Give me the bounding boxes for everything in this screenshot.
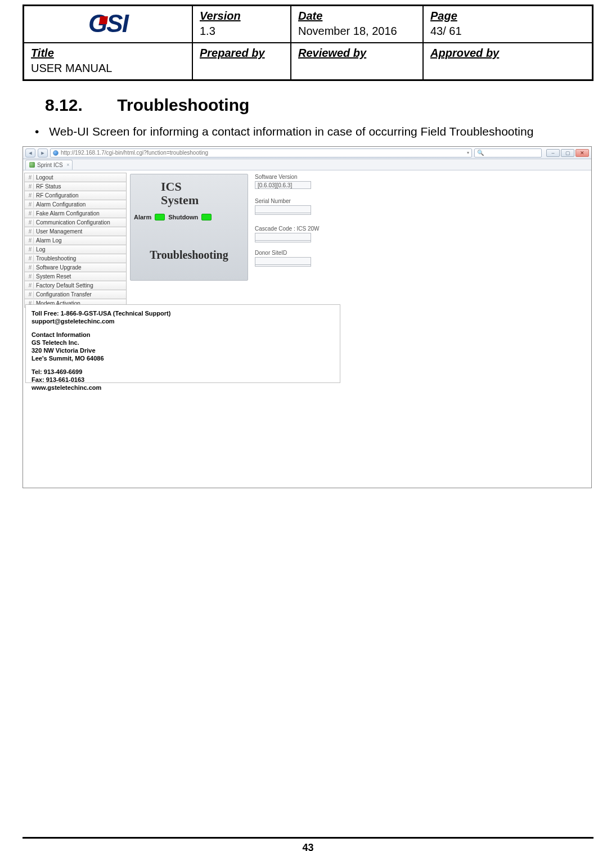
logo-squares-icon — [99, 16, 108, 24]
section-title: Troubleshooting — [117, 96, 249, 114]
browser-search-input[interactable]: 🔍 — [474, 148, 542, 157]
version-label: Version — [200, 10, 284, 22]
sidebar-item[interactable]: #Troubleshooting — [24, 254, 127, 263]
nav-forward-button[interactable]: ► — [38, 148, 48, 157]
browser-tab[interactable]: Sprint ICS × — [25, 160, 73, 170]
sidebar-item-label: Log — [36, 246, 46, 253]
doc-header-table: GSI Version 1.3 Date November 18, 2016 P… — [23, 4, 593, 81]
cascade-code-value — [255, 233, 311, 241]
sidebar-item-label: Fake Alarm Configuration — [36, 210, 100, 217]
sidebar-item-label: Troubleshooting — [36, 255, 76, 262]
donor-siteid-label: Donor SiteID — [255, 250, 320, 256]
hash-icon: # — [27, 255, 34, 262]
hash-icon: # — [27, 246, 34, 253]
sidebar-item-label: Configuration Transfer — [36, 291, 92, 298]
sidebar-item-label: Alarm Log — [36, 237, 62, 244]
hash-icon: # — [27, 219, 34, 226]
sidebar-item-label: Communication Configuration — [36, 219, 110, 226]
shutdown-led-icon — [201, 214, 212, 220]
date-value: November 18, 2016 — [298, 25, 416, 38]
bullet-icon: • — [35, 125, 39, 138]
sidebar-item[interactable]: #RF Configuration — [24, 191, 127, 200]
title-label: Title — [31, 47, 185, 60]
window-close-button[interactable]: ✕ — [575, 149, 589, 157]
sidebar-item-label: RF Status — [36, 183, 61, 190]
contact-city: Lee's Summit, MO 64086 — [32, 354, 334, 362]
version-value: 1.3 — [200, 25, 284, 38]
system-panel: ICS System Alarm Shutdown Troubleshootin… — [130, 174, 248, 281]
footer-page-number: 43 — [23, 842, 593, 851]
section-number: 8.12. — [45, 96, 113, 115]
prepared-label: Prepared by — [200, 47, 284, 60]
shutdown-label: Shutdown — [168, 214, 198, 220]
logo-cell: GSI — [24, 6, 193, 42]
address-url: http://192.168.1.7/cgi-bin/html.cgi?func… — [61, 150, 208, 156]
serial-number-value — [255, 205, 311, 213]
footer-separator — [23, 837, 593, 839]
bullet-text: Web-UI Screen for informing a contact in… — [49, 125, 533, 138]
sidebar-item[interactable]: #RF Status — [24, 182, 127, 191]
hash-icon: # — [27, 237, 34, 244]
sidebar-item[interactable]: #Logout — [24, 173, 127, 182]
contact-heading: Contact Information — [32, 331, 334, 339]
page-value: 43/ 61 — [430, 25, 585, 38]
hash-icon: # — [27, 291, 34, 298]
hash-icon: # — [27, 210, 34, 217]
hash-icon: # — [27, 192, 34, 199]
contact-web: www.gsteletechinc.com — [32, 384, 334, 391]
sidebar-nav: #Logout#RF Status#RF Configuration#Alarm… — [24, 173, 127, 308]
browser-titlebar: ◄ ► http://192.168.1.7/cgi-bin/html.cgi?… — [23, 147, 591, 159]
alarm-label: Alarm — [134, 214, 151, 220]
hash-icon: # — [27, 183, 34, 190]
system-title-line2: System — [161, 193, 199, 207]
bullet-line: • Web-UI Screen for informing a contact … — [35, 125, 593, 138]
sidebar-item[interactable]: #User Management — [24, 227, 127, 236]
sidebar-item[interactable]: #Configuration Transfer — [24, 290, 127, 299]
hash-icon: # — [27, 282, 34, 289]
sidebar-item-label: User Management — [36, 228, 82, 235]
panel-page-name: Troubleshooting — [131, 249, 248, 262]
system-title-line1: ICS — [161, 179, 182, 193]
gsi-logo: GSI — [88, 10, 128, 38]
browser-window: ◄ ► http://192.168.1.7/cgi-bin/html.cgi?… — [23, 146, 592, 488]
info-column: Software Version [0.6.03][0.6.3] Serial … — [255, 174, 320, 274]
alarm-led-icon — [155, 214, 165, 220]
sidebar-item-label: Alarm Configuration — [36, 201, 86, 208]
reviewed-label: Reviewed by — [298, 47, 416, 60]
hash-icon: # — [27, 273, 34, 280]
sidebar-item[interactable]: #System Reset — [24, 272, 127, 281]
approved-label: Approved by — [430, 47, 585, 60]
sidebar-item[interactable]: #Factory Default Setting — [24, 281, 127, 290]
hash-icon: # — [27, 264, 34, 271]
address-dropdown-icon[interactable]: ▾ — [467, 150, 469, 155]
hash-icon: # — [27, 201, 34, 208]
tab-close-icon[interactable]: × — [66, 162, 69, 168]
serial-number-label: Serial Number — [255, 198, 320, 204]
contact-company: GS Teletech Inc. — [32, 339, 334, 346]
sidebar-item-label: Logout — [36, 174, 53, 181]
date-label: Date — [298, 10, 416, 22]
contact-tollfree: Toll Free: 1-866-9-GST-USA (Technical Su… — [32, 309, 334, 317]
browser-tabstrip: Sprint ICS × — [23, 159, 591, 170]
window-maximize-button[interactable]: ▢ — [561, 149, 574, 157]
sw-version-value: [0.6.03][0.6.3] — [255, 181, 311, 189]
sidebar-item[interactable]: #Log — [24, 245, 127, 254]
sidebar-item-label: Factory Default Setting — [36, 282, 93, 289]
hash-icon: # — [27, 228, 34, 235]
title-value: USER MANUAL — [31, 62, 185, 75]
contact-info-block: Toll Free: 1-866-9-GST-USA (Technical Su… — [25, 304, 340, 383]
contact-fax: Fax: 913-661-0163 — [32, 376, 334, 384]
sidebar-item[interactable]: #Fake Alarm Configuration — [24, 209, 127, 218]
sidebar-item[interactable]: #Alarm Configuration — [24, 200, 127, 209]
nav-back-button[interactable]: ◄ — [25, 148, 35, 157]
sidebar-item[interactable]: #Communication Configuration — [24, 218, 127, 227]
address-bar[interactable]: http://192.168.1.7/cgi-bin/html.cgi?func… — [50, 148, 472, 157]
contact-tel: Tel: 913-469-6699 — [32, 368, 334, 376]
hash-icon: # — [27, 174, 34, 181]
sw-version-label: Software Version — [255, 174, 320, 180]
globe-icon — [53, 150, 59, 156]
window-minimize-button[interactable]: – — [546, 149, 560, 157]
tab-title: Sprint ICS — [37, 162, 63, 168]
sidebar-item[interactable]: #Alarm Log — [24, 236, 127, 245]
sidebar-item[interactable]: #Software Upgrade — [24, 263, 127, 272]
